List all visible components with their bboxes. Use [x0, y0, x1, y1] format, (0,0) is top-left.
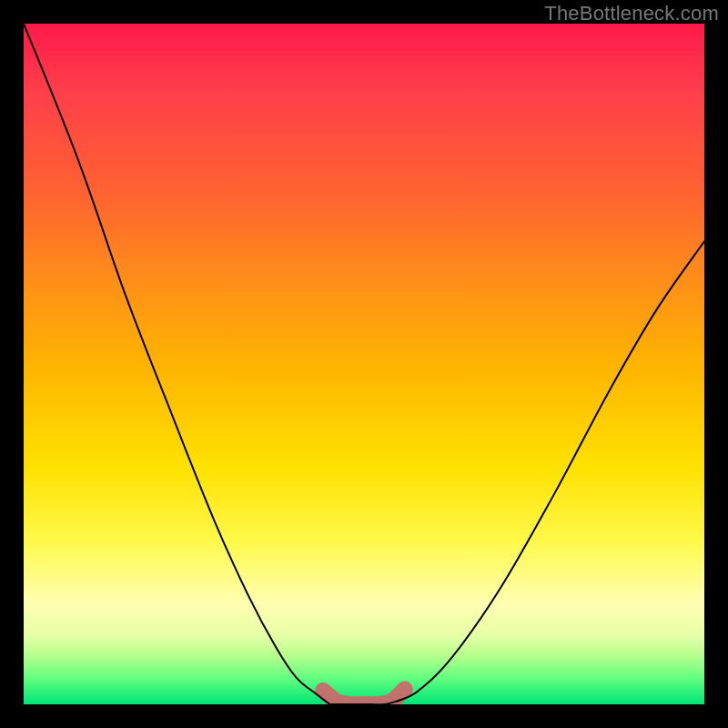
curve-layer	[24, 24, 704, 704]
watermark-text: TheBottleneck.com	[544, 2, 719, 25]
curve-left-branch	[24, 24, 330, 704]
chart-frame: TheBottleneck.com	[0, 0, 728, 728]
plot-area	[24, 24, 704, 704]
curve-right-branch	[398, 241, 704, 701]
